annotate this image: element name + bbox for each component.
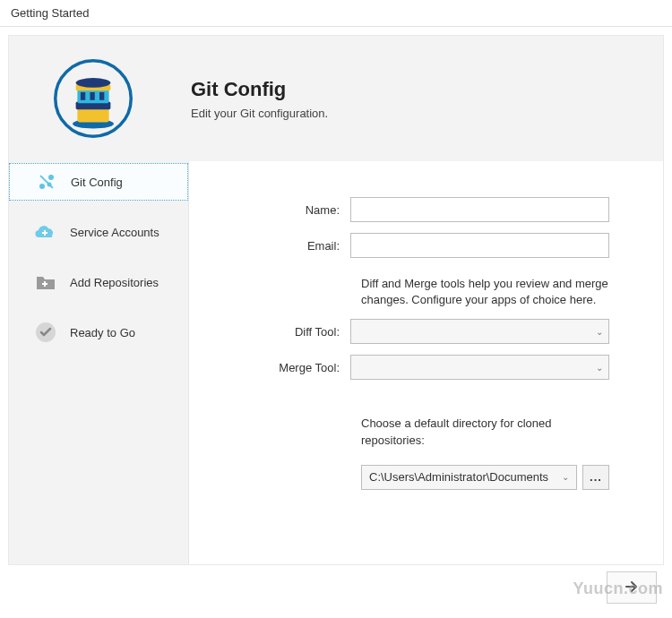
wizard-header: Git Config Edit your Git configuration.: [9, 36, 663, 161]
svg-rect-5: [81, 92, 85, 100]
arrow-right-icon: [625, 580, 639, 596]
browse-button[interactable]: ...: [582, 465, 609, 490]
sidebar-item-git-config[interactable]: Git Config: [9, 163, 188, 201]
wizard-panel: Git Config Edit your Git configuration.: [8, 35, 664, 565]
clone-help-text: Choose a default directory for cloned re…: [361, 416, 609, 448]
sidebar-item-ready-to-go[interactable]: Ready to Go: [9, 313, 188, 351]
svg-point-9: [76, 78, 111, 88]
wizard-content: Name: Email: Diff and Merge tools help y…: [188, 161, 663, 564]
sidebar-item-label: Add Repositories: [70, 276, 159, 289]
cloud-plus-icon: [34, 220, 57, 244]
svg-rect-7: [99, 92, 104, 100]
check-circle-icon: [34, 321, 57, 344]
svg-point-11: [39, 184, 45, 189]
wizard-footer: [8, 565, 664, 610]
page-subtitle: Edit your Git configuration.: [191, 107, 328, 120]
sidebar-item-label: Ready to Go: [70, 326, 135, 339]
merge-tool-label: Merge Tool:: [207, 361, 350, 374]
window-title: Getting Started: [11, 6, 89, 20]
svg-rect-17: [42, 283, 47, 285]
tools-help-text: Diff and Merge tools help you review and…: [361, 276, 609, 308]
sidebar-item-label: Service Accounts: [70, 226, 159, 239]
merge-tool-select[interactable]: ⌄: [350, 355, 609, 380]
svg-point-12: [48, 175, 54, 180]
name-input[interactable]: [350, 197, 609, 222]
sidebar-item-service-accounts[interactable]: Service Accounts: [9, 213, 188, 251]
clone-path-select[interactable]: C:\Users\Administrator\Documents ⌄: [361, 465, 577, 490]
email-input[interactable]: [350, 233, 609, 258]
chevron-down-icon: ⌄: [596, 327, 603, 337]
window-title-bar: Getting Started: [0, 0, 672, 27]
email-label: Email:: [207, 239, 350, 253]
chevron-down-icon: ⌄: [596, 363, 603, 373]
wizard-sidebar: Git Config Service Accounts: [9, 161, 188, 564]
chevron-down-icon: ⌄: [562, 472, 569, 482]
sidebar-item-add-repositories[interactable]: Add Repositories: [9, 263, 188, 301]
name-label: Name:: [207, 203, 350, 217]
page-title: Git Config: [191, 78, 328, 101]
sidebar-item-label: Git Config: [71, 176, 123, 189]
git-config-icon: [35, 170, 58, 193]
svg-rect-15: [42, 232, 47, 234]
ellipsis-icon: ...: [590, 470, 602, 484]
app-logo-icon: [54, 59, 133, 138]
svg-rect-6: [90, 92, 94, 100]
clone-path-value: C:\Users\Administrator\Documents: [369, 470, 548, 484]
next-button[interactable]: [607, 571, 657, 604]
diff-tool-label: Diff Tool:: [207, 325, 350, 339]
svg-point-13: [47, 183, 52, 187]
folder-plus-icon: [34, 270, 57, 294]
diff-tool-select[interactable]: ⌄: [350, 319, 609, 344]
